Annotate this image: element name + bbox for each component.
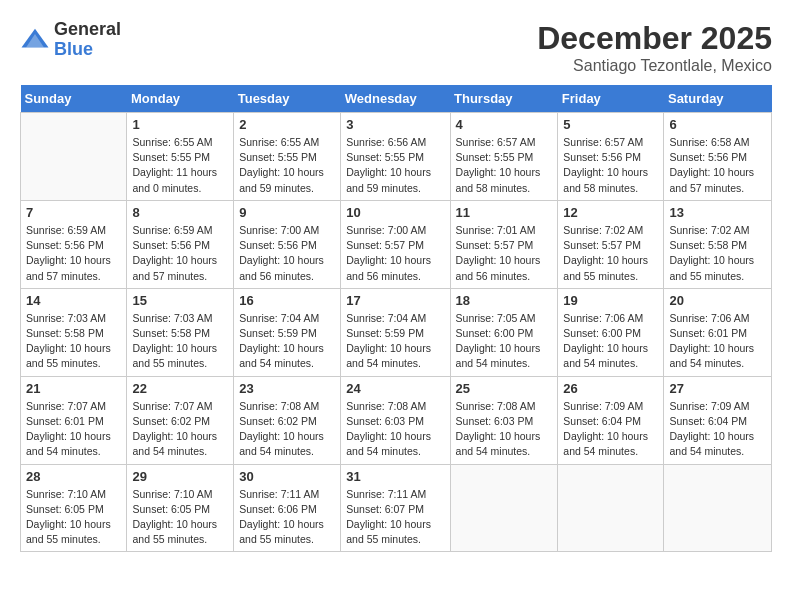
- day-info: Sunrise: 7:01 AMSunset: 5:57 PMDaylight:…: [456, 223, 553, 284]
- logo-general: General: [54, 20, 121, 40]
- day-info: Sunrise: 6:55 AMSunset: 5:55 PMDaylight:…: [132, 135, 228, 196]
- page-header: General Blue December 2025 Santiago Tezo…: [20, 20, 772, 75]
- day-number: 4: [456, 117, 553, 132]
- day-number: 25: [456, 381, 553, 396]
- day-info: Sunrise: 7:06 AMSunset: 6:00 PMDaylight:…: [563, 311, 658, 372]
- day-number: 29: [132, 469, 228, 484]
- day-info: Sunrise: 7:03 AMSunset: 5:58 PMDaylight:…: [132, 311, 228, 372]
- day-info: Sunrise: 7:04 AMSunset: 5:59 PMDaylight:…: [239, 311, 335, 372]
- day-info: Sunrise: 6:57 AMSunset: 5:55 PMDaylight:…: [456, 135, 553, 196]
- day-cell: 28Sunrise: 7:10 AMSunset: 6:05 PMDayligh…: [21, 464, 127, 552]
- day-number: 5: [563, 117, 658, 132]
- day-cell: 15Sunrise: 7:03 AMSunset: 5:58 PMDayligh…: [127, 288, 234, 376]
- day-number: 21: [26, 381, 121, 396]
- day-cell: [21, 113, 127, 201]
- day-number: 7: [26, 205, 121, 220]
- day-info: Sunrise: 7:11 AMSunset: 6:07 PMDaylight:…: [346, 487, 444, 548]
- day-cell: 1Sunrise: 6:55 AMSunset: 5:55 PMDaylight…: [127, 113, 234, 201]
- logo-text: General Blue: [54, 20, 121, 60]
- day-cell: 4Sunrise: 6:57 AMSunset: 5:55 PMDaylight…: [450, 113, 558, 201]
- header-thursday: Thursday: [450, 85, 558, 113]
- day-number: 22: [132, 381, 228, 396]
- header-monday: Monday: [127, 85, 234, 113]
- day-number: 26: [563, 381, 658, 396]
- day-number: 15: [132, 293, 228, 308]
- day-info: Sunrise: 7:08 AMSunset: 6:02 PMDaylight:…: [239, 399, 335, 460]
- day-info: Sunrise: 6:57 AMSunset: 5:56 PMDaylight:…: [563, 135, 658, 196]
- day-cell: 30Sunrise: 7:11 AMSunset: 6:06 PMDayligh…: [234, 464, 341, 552]
- day-number: 12: [563, 205, 658, 220]
- day-number: 17: [346, 293, 444, 308]
- day-number: 11: [456, 205, 553, 220]
- day-cell: 14Sunrise: 7:03 AMSunset: 5:58 PMDayligh…: [21, 288, 127, 376]
- day-info: Sunrise: 7:08 AMSunset: 6:03 PMDaylight:…: [456, 399, 553, 460]
- day-info: Sunrise: 6:56 AMSunset: 5:55 PMDaylight:…: [346, 135, 444, 196]
- day-cell: 27Sunrise: 7:09 AMSunset: 6:04 PMDayligh…: [664, 376, 772, 464]
- day-number: 10: [346, 205, 444, 220]
- title-block: December 2025 Santiago Tezontlale, Mexic…: [537, 20, 772, 75]
- day-number: 24: [346, 381, 444, 396]
- day-cell: [664, 464, 772, 552]
- day-number: 31: [346, 469, 444, 484]
- day-info: Sunrise: 7:00 AMSunset: 5:56 PMDaylight:…: [239, 223, 335, 284]
- day-cell: [450, 464, 558, 552]
- day-info: Sunrise: 7:08 AMSunset: 6:03 PMDaylight:…: [346, 399, 444, 460]
- day-cell: 9Sunrise: 7:00 AMSunset: 5:56 PMDaylight…: [234, 200, 341, 288]
- day-info: Sunrise: 7:10 AMSunset: 6:05 PMDaylight:…: [26, 487, 121, 548]
- day-cell: [558, 464, 664, 552]
- day-cell: 19Sunrise: 7:06 AMSunset: 6:00 PMDayligh…: [558, 288, 664, 376]
- day-info: Sunrise: 7:11 AMSunset: 6:06 PMDaylight:…: [239, 487, 335, 548]
- day-cell: 10Sunrise: 7:00 AMSunset: 5:57 PMDayligh…: [341, 200, 450, 288]
- day-cell: 18Sunrise: 7:05 AMSunset: 6:00 PMDayligh…: [450, 288, 558, 376]
- day-cell: 13Sunrise: 7:02 AMSunset: 5:58 PMDayligh…: [664, 200, 772, 288]
- day-info: Sunrise: 7:07 AMSunset: 6:01 PMDaylight:…: [26, 399, 121, 460]
- day-number: 3: [346, 117, 444, 132]
- day-cell: 23Sunrise: 7:08 AMSunset: 6:02 PMDayligh…: [234, 376, 341, 464]
- day-number: 20: [669, 293, 766, 308]
- day-info: Sunrise: 7:09 AMSunset: 6:04 PMDaylight:…: [669, 399, 766, 460]
- day-cell: 7Sunrise: 6:59 AMSunset: 5:56 PMDaylight…: [21, 200, 127, 288]
- day-info: Sunrise: 7:06 AMSunset: 6:01 PMDaylight:…: [669, 311, 766, 372]
- day-cell: 21Sunrise: 7:07 AMSunset: 6:01 PMDayligh…: [21, 376, 127, 464]
- day-number: 28: [26, 469, 121, 484]
- day-number: 30: [239, 469, 335, 484]
- week-row-1: 1Sunrise: 6:55 AMSunset: 5:55 PMDaylight…: [21, 113, 772, 201]
- header-saturday: Saturday: [664, 85, 772, 113]
- day-info: Sunrise: 6:58 AMSunset: 5:56 PMDaylight:…: [669, 135, 766, 196]
- header-sunday: Sunday: [21, 85, 127, 113]
- day-number: 14: [26, 293, 121, 308]
- logo: General Blue: [20, 20, 121, 60]
- day-cell: 17Sunrise: 7:04 AMSunset: 5:59 PMDayligh…: [341, 288, 450, 376]
- week-row-2: 7Sunrise: 6:59 AMSunset: 5:56 PMDaylight…: [21, 200, 772, 288]
- day-info: Sunrise: 7:02 AMSunset: 5:58 PMDaylight:…: [669, 223, 766, 284]
- day-cell: 12Sunrise: 7:02 AMSunset: 5:57 PMDayligh…: [558, 200, 664, 288]
- day-cell: 26Sunrise: 7:09 AMSunset: 6:04 PMDayligh…: [558, 376, 664, 464]
- calendar-table: SundayMondayTuesdayWednesdayThursdayFrid…: [20, 85, 772, 552]
- day-number: 2: [239, 117, 335, 132]
- day-number: 18: [456, 293, 553, 308]
- week-row-5: 28Sunrise: 7:10 AMSunset: 6:05 PMDayligh…: [21, 464, 772, 552]
- day-info: Sunrise: 6:59 AMSunset: 5:56 PMDaylight:…: [132, 223, 228, 284]
- day-number: 16: [239, 293, 335, 308]
- day-number: 23: [239, 381, 335, 396]
- day-cell: 25Sunrise: 7:08 AMSunset: 6:03 PMDayligh…: [450, 376, 558, 464]
- day-cell: 20Sunrise: 7:06 AMSunset: 6:01 PMDayligh…: [664, 288, 772, 376]
- day-number: 6: [669, 117, 766, 132]
- day-number: 19: [563, 293, 658, 308]
- day-info: Sunrise: 7:03 AMSunset: 5:58 PMDaylight:…: [26, 311, 121, 372]
- day-number: 13: [669, 205, 766, 220]
- day-info: Sunrise: 7:07 AMSunset: 6:02 PMDaylight:…: [132, 399, 228, 460]
- header-wednesday: Wednesday: [341, 85, 450, 113]
- day-number: 8: [132, 205, 228, 220]
- day-cell: 22Sunrise: 7:07 AMSunset: 6:02 PMDayligh…: [127, 376, 234, 464]
- day-cell: 8Sunrise: 6:59 AMSunset: 5:56 PMDaylight…: [127, 200, 234, 288]
- day-info: Sunrise: 7:00 AMSunset: 5:57 PMDaylight:…: [346, 223, 444, 284]
- day-info: Sunrise: 7:04 AMSunset: 5:59 PMDaylight:…: [346, 311, 444, 372]
- month-title: December 2025: [537, 20, 772, 57]
- day-info: Sunrise: 7:05 AMSunset: 6:00 PMDaylight:…: [456, 311, 553, 372]
- header-row: SundayMondayTuesdayWednesdayThursdayFrid…: [21, 85, 772, 113]
- day-cell: 29Sunrise: 7:10 AMSunset: 6:05 PMDayligh…: [127, 464, 234, 552]
- day-cell: 24Sunrise: 7:08 AMSunset: 6:03 PMDayligh…: [341, 376, 450, 464]
- day-cell: 5Sunrise: 6:57 AMSunset: 5:56 PMDaylight…: [558, 113, 664, 201]
- week-row-3: 14Sunrise: 7:03 AMSunset: 5:58 PMDayligh…: [21, 288, 772, 376]
